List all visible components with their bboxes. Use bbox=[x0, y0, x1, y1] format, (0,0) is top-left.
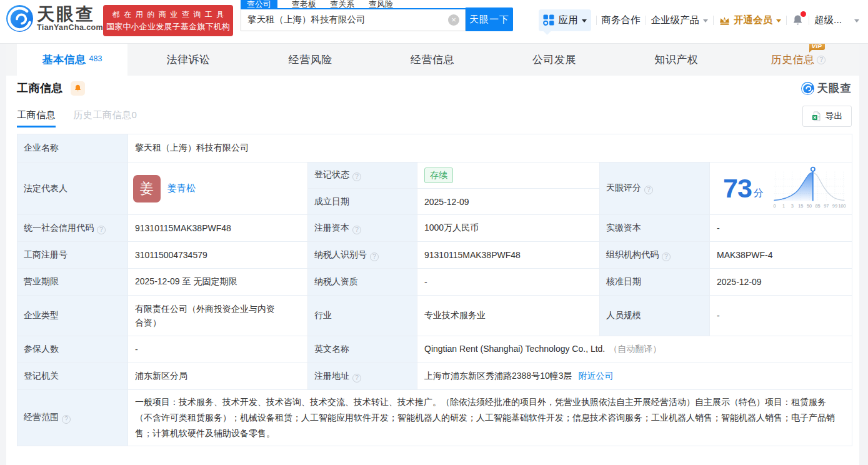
help-icon[interactable] bbox=[644, 186, 653, 194]
tianyancha-logo-icon bbox=[6, 5, 33, 32]
value-reg-authority: 浦东新区分局 bbox=[128, 363, 308, 390]
menu-open-vip[interactable]: 开通会员 bbox=[719, 14, 781, 27]
auto-translate-note: （自动翻译） bbox=[609, 344, 661, 354]
value-industry: 专业技术服务业 bbox=[417, 296, 600, 336]
value-org-code: MAK38PWF-4 bbox=[710, 242, 852, 269]
tab-operating-info[interactable]: 经营信息 bbox=[371, 44, 493, 76]
value-credit-code: 91310115MAK38PWF48 bbox=[128, 215, 308, 242]
label-approval-date: 核准日期 bbox=[600, 269, 710, 296]
label-company-name: 企业名称 bbox=[17, 134, 128, 162]
label-reg-authority: 登记机关 bbox=[17, 363, 128, 390]
label-industry: 行业 bbox=[308, 296, 417, 336]
clear-search-icon[interactable]: × bbox=[448, 14, 459, 26]
promo-badge: 都在用的商业查询工具 国家中小企业发展子基金旗下机构 bbox=[103, 5, 233, 36]
label-reg-address: 注册地址 bbox=[308, 363, 417, 390]
label-taxpayer-quality: 纳税人资质 bbox=[308, 269, 417, 296]
search-button[interactable]: 天眼一下 bbox=[466, 8, 513, 31]
subtab-history-business-info[interactable]: 历史工商信息0 bbox=[73, 110, 137, 126]
label-org-code: 组织机构代码 bbox=[600, 242, 710, 269]
label-business-term: 营业期限 bbox=[17, 269, 128, 296]
company-nav: 基本信息 483 法律诉讼 经营风险 经营信息 公司发展 知识产权 历史信息 V… bbox=[6, 44, 859, 76]
chevron-down-icon bbox=[776, 19, 781, 22]
search-input[interactable] bbox=[241, 9, 445, 30]
score-distribution-chart: 0 1 3 15 50 85 97 99 100 bbox=[772, 166, 847, 212]
promo-line1: 都在用的商业查询工具 bbox=[103, 8, 233, 21]
help-icon[interactable] bbox=[352, 172, 361, 181]
table-row: 企业名称 擎天租（上海）科技有限公司 bbox=[17, 134, 852, 162]
legal-rep-avatar[interactable]: 姜 bbox=[133, 175, 161, 202]
monitor-bell-button[interactable] bbox=[71, 81, 85, 96]
value-reg-status: 存续 bbox=[417, 162, 600, 189]
table-row: 企业类型 有限责任公司（外商投资企业与内资合资） 行业 专业技术服务业 人员规模… bbox=[17, 296, 852, 336]
value-taxpayer-id: 91310115MAK38PWF48 bbox=[417, 242, 600, 269]
value-business-term: 2025-12-09 至 无固定期限 bbox=[128, 269, 308, 296]
user-menu[interactable]: 超级... bbox=[814, 14, 842, 27]
score-unit: 分 bbox=[754, 187, 764, 200]
table-row: 营业期限 2025-12-09 至 无固定期限 纳税人资质 - 核准日期 202… bbox=[17, 269, 852, 296]
help-icon[interactable] bbox=[817, 56, 826, 64]
help-icon[interactable] bbox=[62, 415, 71, 424]
svg-text:85: 85 bbox=[815, 203, 820, 209]
label-business-scope: 经营范围 bbox=[17, 390, 128, 446]
table-row: 工商注册号 310115004734579 纳税人识别号 91310115MAK… bbox=[17, 242, 852, 269]
value-reg-capital: 1000万人民币 bbox=[417, 215, 600, 242]
tab-intellectual-property[interactable]: 知识产权 bbox=[616, 44, 737, 76]
tianyancha-watermark: 天眼查 bbox=[801, 81, 852, 96]
label-reg-status: 登记状态 bbox=[308, 162, 417, 189]
label-insured-count: 参保人数 bbox=[17, 336, 128, 363]
help-icon[interactable] bbox=[352, 226, 361, 234]
value-taxpayer-quality: - bbox=[417, 269, 600, 296]
table-row: 统一社会信用代码 91310115MAK38PWF48 注册资本 1000万人民… bbox=[17, 215, 852, 242]
nearby-companies-link[interactable]: 附近公司 bbox=[579, 371, 614, 381]
label-reg-capital: 注册资本 bbox=[308, 215, 417, 242]
top-menu: 应用 商务合作 企业级产品 开通会员 bbox=[539, 0, 864, 40]
label-establish-date: 成立日期 bbox=[308, 189, 417, 215]
help-icon[interactable] bbox=[662, 252, 671, 261]
search-tab-boss[interactable]: 查老板 bbox=[292, 0, 316, 8]
menu-business-cooperation[interactable]: 商务合作 bbox=[602, 14, 641, 27]
tab-legal-proceedings[interactable]: 法律诉讼 bbox=[127, 44, 249, 76]
label-tianyan-score: 天眼评分 bbox=[600, 162, 710, 215]
export-button[interactable]: 导出 bbox=[802, 106, 852, 127]
value-staff-size: - bbox=[710, 296, 852, 336]
value-reg-address: 上海市浦东新区秀浦路2388号10幢3层附近公司 bbox=[417, 363, 852, 390]
tab-operating-risk[interactable]: 经营风险 bbox=[249, 44, 371, 76]
value-company-type: 有限责任公司（外商投资企业与内资合资） bbox=[128, 296, 308, 336]
bell-icon bbox=[74, 84, 82, 92]
subtab-business-info[interactable]: 工商信息 bbox=[17, 110, 56, 128]
svg-text:3: 3 bbox=[791, 203, 794, 209]
site-logo[interactable]: 天眼查 TianYanCha.com bbox=[6, 5, 103, 32]
svg-text:97: 97 bbox=[824, 203, 829, 209]
tab-history-info[interactable]: 历史信息 VIP bbox=[737, 44, 859, 76]
help-icon[interactable] bbox=[370, 252, 379, 261]
chevron-down-icon bbox=[582, 19, 587, 22]
value-company-name: 擎天租（上海）科技有限公司 bbox=[128, 134, 852, 162]
notification-dot bbox=[801, 11, 806, 17]
tab-company-development[interactable]: 公司发展 bbox=[494, 44, 616, 76]
value-reg-number: 310115004734579 bbox=[128, 242, 308, 269]
apps-label: 应用 bbox=[559, 14, 578, 27]
chevron-down-icon[interactable] bbox=[854, 19, 859, 22]
label-paid-capital: 实缴资本 bbox=[600, 215, 710, 242]
search-area: 查公司 查老板 查关系 查风险 × 天眼一下 bbox=[241, 0, 514, 32]
value-legal-rep: 姜 姜青松 bbox=[128, 162, 308, 215]
value-tianyan-score: 73 分 bbox=[710, 162, 852, 215]
legal-rep-link[interactable]: 姜青松 bbox=[167, 182, 196, 194]
brand-name: 天眼查 bbox=[37, 5, 103, 24]
help-icon[interactable] bbox=[97, 226, 106, 234]
tab-basic-info[interactable]: 基本信息 483 bbox=[17, 44, 127, 76]
search-tab-risk[interactable]: 查风险 bbox=[369, 0, 393, 8]
label-english-name: 英文名称 bbox=[308, 336, 417, 363]
value-approval-date: 2025-12-09 bbox=[710, 269, 852, 296]
value-establish-date: 2025-12-09 bbox=[417, 189, 600, 215]
apps-menu[interactable]: 应用 bbox=[539, 9, 591, 31]
menu-enterprise-products[interactable]: 企业级产品 bbox=[651, 14, 709, 27]
status-badge: 存续 bbox=[424, 168, 453, 183]
svg-text:1: 1 bbox=[782, 203, 785, 209]
help-icon[interactable] bbox=[352, 374, 361, 382]
search-tab-company[interactable]: 查公司 bbox=[241, 0, 277, 8]
value-paid-capital: - bbox=[710, 215, 852, 242]
notification-bell[interactable] bbox=[792, 14, 804, 26]
search-tab-relation[interactable]: 查关系 bbox=[330, 0, 354, 8]
brand-domain: TianYanCha.com bbox=[37, 24, 103, 32]
